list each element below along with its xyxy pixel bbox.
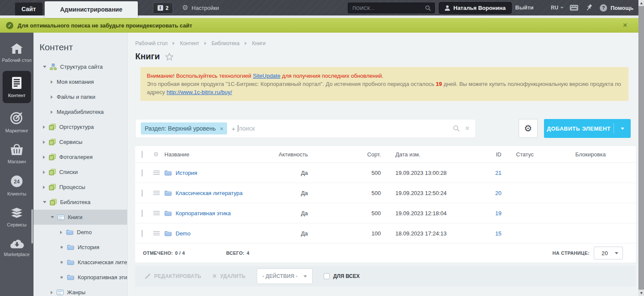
column-settings-gear-icon[interactable]: ⚙ <box>150 151 163 157</box>
rail-scrollbar-thumb[interactable] <box>31 209 33 244</box>
chevron-right-icon[interactable] <box>43 171 45 174</box>
element-id-link[interactable]: 15 <box>476 230 504 237</box>
sidebar-item-classic-literature[interactable]: Классическая литература <box>33 255 127 270</box>
drag-handle[interactable] <box>153 171 160 175</box>
filter-search-input[interactable]: Раздел: Верхний уровень × + поиск × <box>135 119 476 138</box>
chevron-right-icon[interactable] <box>43 186 45 189</box>
sidebar-item-site-structure[interactable]: Структура сайта <box>33 59 127 74</box>
delete-button[interactable]: × УДАЛИТЬ <box>213 272 246 280</box>
filter-chip-section[interactable]: Раздел: Верхний уровень × <box>141 122 227 134</box>
element-name-link[interactable]: История <box>176 170 197 176</box>
drag-handle[interactable] <box>153 211 160 215</box>
sidebar-item-corporate-ethics[interactable]: Корпоративная этика <box>33 270 127 285</box>
tab-administration[interactable]: Администрирование <box>45 1 138 18</box>
siteupdate-link[interactable]: SiteUpdate <box>253 73 280 79</box>
column-header-active[interactable]: Активность <box>279 151 347 158</box>
sidebar-item-genres[interactable]: Жанры <box>33 285 127 296</box>
breadcrumb-item[interactable]: Книги <box>252 40 265 46</box>
column-header-id[interactable]: ID <box>476 151 504 158</box>
for-all-control[interactable]: ДЛЯ ВСЕХ <box>324 273 360 279</box>
sidebar-item-services[interactable]: Сервисы <box>33 134 127 150</box>
rail-item-marketing[interactable]: Маркетинг <box>0 106 33 139</box>
buy-link[interactable]: http://www.1c-bitrix.ru/buy/ <box>167 89 232 95</box>
edit-button[interactable]: РЕДАКТИРОВАТЬ <box>145 273 201 279</box>
rail-item-desktop[interactable]: Рабочий стол <box>0 38 33 68</box>
sidebar-item-books-selected[interactable]: Книги <box>33 210 127 225</box>
grid-settings-button[interactable]: ⚙ <box>519 119 538 138</box>
chevron-right-icon[interactable] <box>51 110 53 114</box>
admin-search-input[interactable]: поиск... <box>348 3 435 13</box>
pin-panel-button[interactable] <box>586 4 593 13</box>
logout-link[interactable]: Выйти <box>515 0 534 15</box>
rail-item-shop[interactable]: Магазин <box>0 139 33 170</box>
rail-active-tile[interactable]: Контент <box>3 71 31 103</box>
rail-item-content[interactable]: Контент <box>0 68 33 106</box>
hotkeys-button[interactable] <box>570 5 578 12</box>
column-header-lock[interactable]: Блокировка <box>560 151 636 158</box>
chevron-right-icon[interactable] <box>51 80 53 84</box>
column-header-status[interactable]: Статус <box>504 151 560 158</box>
column-header-sort[interactable]: Сорт. <box>347 151 386 158</box>
breadcrumb-item[interactable]: Контент <box>180 40 199 46</box>
sidebar-item-photogallery[interactable]: Фотогалерея <box>33 150 127 165</box>
sidebar-item-processes[interactable]: Процессы <box>33 180 127 195</box>
drag-handle[interactable] <box>153 231 160 235</box>
breadcrumb-item[interactable]: Библиотека <box>212 40 240 46</box>
element-id-link[interactable]: 20 <box>476 190 504 196</box>
vertical-scrollbar[interactable] <box>638 0 644 296</box>
favorite-star-icon[interactable] <box>165 53 173 61</box>
chevron-down-icon[interactable] <box>43 201 46 203</box>
rail-item-marketplace[interactable]: Marketplace <box>0 233 33 262</box>
for-all-checkbox[interactable] <box>324 273 330 279</box>
chevron-right-icon[interactable] <box>51 95 53 99</box>
help-button[interactable]: ? Помощь <box>600 0 633 15</box>
per-page-select[interactable]: 20 <box>594 247 623 259</box>
tab-site[interactable]: Сайт <box>15 3 43 15</box>
add-element-button[interactable]: ДОБАВИТЬ ЭЛЕМЕНТ <box>544 119 631 138</box>
select-all-checkbox[interactable] <box>142 151 143 158</box>
add-element-dropdown[interactable] <box>614 128 631 130</box>
scroll-up-button[interactable] <box>638 0 644 6</box>
sidebar-item-my-company[interactable]: Моя компания <box>33 74 127 89</box>
rail-item-clients[interactable]: 24 Клиенты <box>0 170 33 202</box>
sidebar-item-demo[interactable]: Demo <box>33 225 127 240</box>
column-header-name[interactable]: Название <box>163 151 279 158</box>
close-icon[interactable]: × <box>220 125 224 132</box>
scroll-down-button[interactable] <box>638 290 644 296</box>
search-icon[interactable] <box>425 5 431 11</box>
search-icon[interactable] <box>453 125 460 132</box>
notifications-button[interactable]: i 2 <box>153 2 173 14</box>
sidebar-item-files-folders[interactable]: Файлы и папки <box>33 89 127 104</box>
element-name-link[interactable]: Demo <box>176 230 191 237</box>
chevron-right-icon[interactable] <box>60 231 62 234</box>
sidebar-item-library[interactable]: Библиотека <box>33 195 127 210</box>
sidebar-item-lists[interactable]: Списки <box>33 165 127 180</box>
close-icon[interactable]: × <box>623 21 627 30</box>
clear-filter-icon[interactable]: × <box>465 125 469 132</box>
row-checkbox[interactable] <box>142 189 143 197</box>
settings-button[interactable]: ⚙ Настройки <box>182 0 219 15</box>
chevron-down-icon[interactable] <box>51 216 54 218</box>
element-id-link[interactable]: 19 <box>476 210 504 217</box>
sidebar-item-orgstructure[interactable]: Оргструктура <box>33 119 127 134</box>
breadcrumb-item[interactable]: Рабочий стол <box>135 40 167 46</box>
row-checkbox[interactable] <box>142 210 143 217</box>
rail-item-services[interactable]: Сервисы <box>0 202 33 233</box>
chevron-right-icon[interactable] <box>43 140 45 144</box>
sidebar-item-history[interactable]: История <box>33 240 127 255</box>
column-header-modified[interactable]: Дата изм. <box>386 151 476 158</box>
element-name-link[interactable]: Классическая литература <box>176 190 243 196</box>
chevron-right-icon[interactable] <box>43 156 45 159</box>
sidebar-item-medialibrary[interactable]: Медиабиблиотека <box>33 104 127 119</box>
chevron-right-icon[interactable] <box>51 291 53 294</box>
row-checkbox[interactable] <box>142 169 143 177</box>
user-menu-button[interactable]: Наталья Воронина <box>439 2 512 14</box>
language-switcher[interactable]: RU <box>551 0 564 15</box>
chevron-down-icon[interactable] <box>43 66 46 68</box>
element-name-link[interactable]: Корпоративная этика <box>176 210 231 217</box>
scrollbar-thumb[interactable] <box>638 6 644 290</box>
chevron-right-icon[interactable] <box>43 125 45 129</box>
actions-dropdown[interactable]: - ДЕЙСТВИЯ - <box>257 269 313 284</box>
drag-handle[interactable] <box>153 191 160 195</box>
element-id-link[interactable]: 21 <box>476 170 504 176</box>
